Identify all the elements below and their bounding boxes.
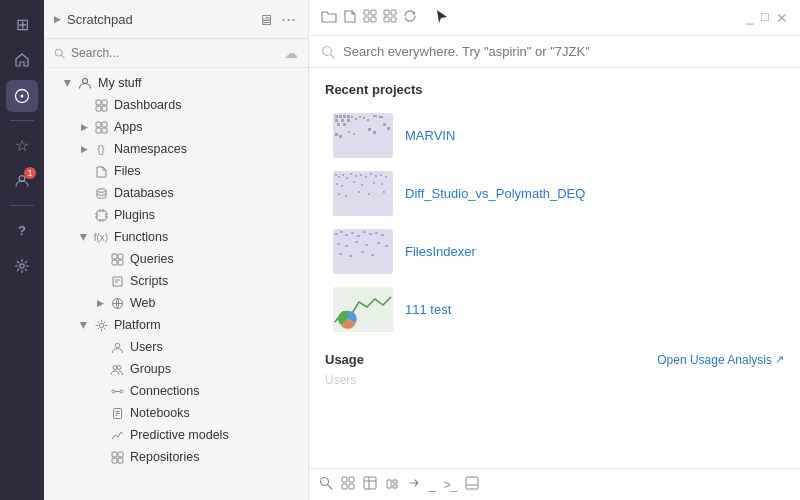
bottom-grid-icon[interactable] [341, 476, 355, 493]
databases-chevron [76, 185, 92, 201]
sidebar-item-scripts[interactable]: Scripts [44, 270, 308, 292]
grid-icon[interactable]: ⊞ [6, 8, 38, 40]
sidebar-chevron[interactable]: ▶ [54, 14, 61, 24]
bottom-table-icon[interactable] [363, 476, 377, 493]
project-name-filesindexer[interactable]: FilesIndexer [405, 244, 476, 259]
search-icon [54, 47, 65, 60]
refresh-icon[interactable] [403, 9, 417, 26]
sidebar-item-files[interactable]: Files [44, 160, 308, 182]
compass-icon[interactable] [6, 80, 38, 112]
sidebar-item-platform[interactable]: ▶ Platform [44, 314, 308, 336]
bottom-terminal-icon[interactable]: _ [429, 478, 436, 492]
scripts-chevron [92, 273, 108, 289]
sidebar-search-input[interactable] [71, 46, 278, 60]
window-restore-icon[interactable]: ☐ [760, 11, 770, 24]
svg-rect-63 [373, 115, 377, 117]
svg-rect-56 [337, 123, 340, 126]
project-name-marvin[interactable]: MARVIN [405, 128, 455, 143]
queries-icon [108, 250, 126, 268]
main-search-input[interactable] [343, 44, 788, 59]
sidebar-item-plugins[interactable]: Plugins [44, 204, 308, 226]
svg-rect-78 [350, 173, 352, 175]
divider [10, 120, 34, 121]
notebooks-icon [108, 404, 126, 422]
open-usage-analysis-link[interactable]: Open Usage Analysis ↗ [657, 353, 784, 367]
main-bottom-bar: _ >_ [309, 468, 800, 500]
scripts-icon [108, 272, 126, 290]
svg-rect-83 [375, 175, 377, 177]
sidebar-item-namespaces[interactable]: ▶ {} Namespaces [44, 138, 308, 160]
bottom-search-icon[interactable] [319, 476, 333, 493]
svg-rect-110 [365, 244, 368, 246]
icon-bar-top: ⊞ ☆ 1 ? [6, 8, 38, 500]
list-view-icon[interactable] [383, 9, 397, 26]
bottom-arrow-icon[interactable] [407, 476, 421, 493]
external-link-icon: ↗ [775, 353, 784, 366]
sidebar-item-connections[interactable]: Connections [44, 380, 308, 402]
sidebar-item-repositories[interactable]: Repositories [44, 446, 308, 468]
sidebar-item-notebooks[interactable]: Notebooks [44, 402, 308, 424]
repos-icon [108, 448, 126, 466]
project-name-111-test[interactable]: 111 test [405, 302, 451, 317]
main-search-icon [321, 45, 335, 59]
groups-label: Groups [130, 362, 302, 376]
bottom-panel-icon[interactable] [465, 476, 479, 493]
plugins-icon [92, 206, 110, 224]
toolbar-icons [321, 8, 738, 27]
main-scroll-area: Recent projects [309, 68, 800, 468]
bottom-layout-icon[interactable] [385, 476, 399, 493]
settings-icon[interactable] [6, 250, 38, 282]
usage-section: Usage Open Usage Analysis ↗ Users [309, 338, 800, 407]
svg-rect-75 [338, 176, 340, 178]
svg-rect-10 [102, 106, 107, 111]
platform-chevron: ▶ [76, 317, 92, 333]
svg-rect-88 [353, 181, 355, 183]
sidebar-item-my-stuff[interactable]: ▶ My stuff [44, 72, 308, 94]
question-icon[interactable]: ? [6, 214, 38, 246]
sidebar-item-apps[interactable]: ▶ Apps [44, 116, 308, 138]
databases-label: Databases [114, 186, 302, 200]
notification-badge: 1 [24, 167, 36, 179]
sidebar-item-dashboards[interactable]: Dashboards [44, 94, 308, 116]
grid-view-icon[interactable] [363, 9, 377, 26]
svg-point-6 [83, 79, 88, 84]
window-minimize-icon[interactable]: ⎯ [746, 10, 754, 25]
sidebar-item-predictive-models[interactable]: Predictive models [44, 424, 308, 446]
cloud-icon: ☁ [284, 45, 298, 61]
svg-rect-102 [357, 235, 360, 237]
svg-rect-79 [355, 175, 357, 177]
user-icon[interactable]: 1 [6, 165, 38, 197]
sidebar-item-databases[interactable]: Databases [44, 182, 308, 204]
svg-rect-13 [96, 128, 101, 133]
bottom-console-icon[interactable]: >_ [444, 478, 458, 492]
star-icon[interactable]: ☆ [6, 129, 38, 161]
new-file-icon[interactable] [343, 9, 357, 26]
sidebar-menu-icon[interactable]: ⋯ [279, 8, 298, 30]
home-icon[interactable] [6, 44, 38, 76]
pred-models-icon [108, 426, 126, 444]
open-folder-icon[interactable] [321, 9, 337, 26]
sidebar-item-web[interactable]: ▶ Web [44, 292, 308, 314]
sidebar-item-functions[interactable]: ▶ f(x) Functions [44, 226, 308, 248]
usage-title: Usage [325, 352, 364, 367]
svg-rect-124 [349, 484, 354, 489]
project-item-filesindexer[interactable]: FilesIndexer [325, 223, 784, 280]
svg-rect-52 [347, 115, 350, 118]
project-item-marvin[interactable]: MARVIN [325, 107, 784, 164]
project-item-111-test[interactable]: 111 test [325, 281, 784, 338]
project-item-diff-studio[interactable]: Diff_Studio_vs_Polymath_DEQ [325, 165, 784, 222]
svg-rect-91 [381, 183, 383, 185]
sidebar-item-queries[interactable]: Queries [44, 248, 308, 270]
sidebar-item-groups[interactable]: Groups [44, 358, 308, 380]
svg-rect-72 [387, 127, 390, 130]
sidebar-item-users[interactable]: Users [44, 336, 308, 358]
scratchpad-label[interactable]: Scratchpad [67, 12, 133, 27]
window-close-icon[interactable]: ✕ [776, 10, 788, 26]
svg-rect-9 [96, 106, 101, 111]
project-name-diff-studio[interactable]: Diff_Studio_vs_Polymath_DEQ [405, 186, 585, 201]
svg-rect-35 [118, 452, 123, 457]
monitor-icon[interactable]: 🖥 [256, 9, 275, 30]
svg-rect-77 [346, 177, 348, 179]
my-stuff-icon [76, 74, 94, 92]
dashboards-icon [92, 96, 110, 114]
